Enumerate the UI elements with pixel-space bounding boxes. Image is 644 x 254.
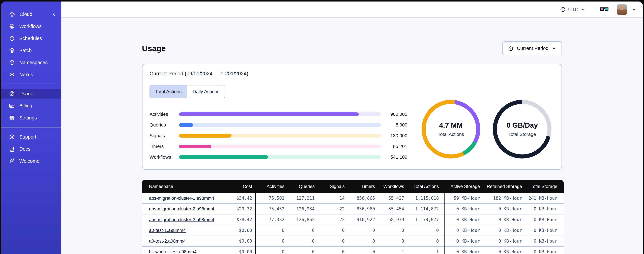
cell-cost: $29.32: [226, 206, 252, 212]
workflows-icon: [9, 23, 15, 29]
column-header-queries: Queries: [284, 184, 314, 189]
cell-signals: 0: [314, 249, 345, 254]
account-menu-chevron-down-icon[interactable]: [632, 7, 636, 12]
timezone-label: UTC: [568, 7, 578, 12]
timezone-selector[interactable]: UTC: [560, 7, 586, 12]
cell-total-actions: 1,115,018: [404, 196, 439, 201]
cell-retained-storage: 0 KB-Hour: [480, 249, 522, 254]
cell-retained-storage: 0 KB-Hour: [480, 217, 522, 222]
cell-signals: 22: [314, 206, 345, 212]
table-header-row: Namespace Cost Activities Queries Signal…: [142, 180, 564, 193]
bar-row-signals: Signals 130,000: [150, 130, 407, 141]
sidebar-item-namespaces[interactable]: Namespaces: [1, 58, 61, 67]
cell-queries: 126,862: [284, 217, 314, 222]
sidebar-item-settings[interactable]: Settings: [1, 113, 61, 123]
tab-total-actions[interactable]: Total Actions: [150, 86, 187, 98]
cell-workflows: 0: [375, 238, 404, 244]
bar-value: 130,000: [381, 133, 407, 138]
bar-value: 541,109: [381, 154, 407, 160]
cell-retained-storage: 182 MB-Hour: [480, 196, 522, 201]
topbar: UTC: [61, 2, 643, 18]
cell-signals: 0: [314, 228, 345, 233]
chevron-left-icon[interactable]: [52, 12, 56, 17]
bar-value: 85,201: [381, 144, 407, 149]
sidebar-item-docs[interactable]: Docs: [1, 144, 61, 154]
sidebar-header-cloud[interactable]: Cloud: [1, 10, 61, 19]
bar-track: [179, 123, 381, 127]
cell-activities: 0: [252, 238, 284, 244]
column-header-namespace: Namespace: [149, 184, 226, 189]
period-selector-label: Current Period: [517, 46, 548, 51]
tab-daily-actions[interactable]: Daily Actions: [187, 86, 225, 98]
table-row: a0-test-1.a98mm4 $0.00 0 0 0 0 0 0 0 KB-…: [142, 225, 564, 236]
sidebar-item-batch[interactable]: Batch: [1, 46, 61, 55]
namespace-link[interactable]: a0-test-2.a98mm4: [149, 238, 186, 244]
column-header-cost: Cost: [226, 184, 252, 189]
cell-retained-storage: 0 KB-Hour: [480, 238, 522, 244]
namespace-link[interactable]: abs-migration-cluster-2.a98mm4: [149, 206, 214, 212]
table-row: abs-migration-cluster-2.a98mm4 $29.32 75…: [142, 204, 564, 214]
sidebar-item-label: Workflows: [19, 24, 42, 29]
table-row: a0-test-2.a98mm4 $0.00 0 0 0 0 0 0 0 KB-…: [142, 236, 564, 247]
sidebar-item-label: Docs: [19, 146, 30, 152]
cell-signals: 0: [314, 238, 345, 244]
cell-total-storage: 0 KB-Hour: [522, 206, 557, 212]
cell-cost: $34.42: [226, 196, 252, 201]
cell-queries: 0: [284, 238, 314, 244]
bar-fill: [179, 112, 359, 116]
cell-activities: 0: [252, 249, 284, 254]
cell-timers: 910,922: [345, 217, 375, 222]
sidebar-item-label: Settings: [19, 115, 37, 121]
cell-active-storage: 0 KB-Hour: [439, 206, 480, 212]
column-header-active-storage: Active Storage: [439, 184, 480, 189]
cell-active-storage: 0 KB-Hour: [439, 228, 480, 233]
bar-row-queries: Queries 5,000: [150, 120, 407, 130]
column-header-workflows: Workflows: [375, 184, 404, 189]
cell-timers: 856,960: [345, 206, 375, 212]
namespace-link[interactable]: a0-test-1.a98mm4: [149, 228, 186, 233]
app-window: Cloud Workflows Schedules Batch: [1, 2, 643, 254]
bar-row-workflows: Workflows 541,109: [150, 152, 407, 162]
cell-cost: $0.00: [226, 238, 252, 244]
bar-fill: [179, 155, 268, 159]
column-header-signals: Signals: [314, 184, 345, 189]
glasses-icon[interactable]: [600, 6, 609, 13]
avatar[interactable]: [617, 4, 627, 15]
sidebar-item-billing[interactable]: Billing: [1, 101, 61, 110]
sidebar-item-schedules[interactable]: Schedules: [1, 34, 61, 43]
cell-signals: 14: [314, 196, 345, 201]
cell-queries: 0: [284, 228, 314, 233]
sidebar-item-nexus[interactable]: Nexus: [1, 70, 61, 80]
namespace-link[interactable]: abs-migration-cluster-1.a98mm4: [149, 196, 214, 201]
table-row: abs-migration-cluster-3.a98mm4 $38.42 77…: [142, 214, 564, 225]
temporal-logo-icon: [9, 11, 15, 18]
sidebar-item-welcome[interactable]: Welcome: [1, 156, 61, 166]
cell-activities: 75,501: [252, 196, 284, 201]
table-vertical-divider: [444, 180, 444, 254]
sidebar-item-workflows[interactable]: Workflows: [1, 22, 61, 31]
cell-total-actions: 0: [404, 228, 439, 233]
cell-timers: 856,865: [345, 196, 375, 201]
table-row: bk-worker-test.a98mm4 $0.00 0 0 0 0 1 1 …: [142, 247, 564, 254]
cell-cost: $38.42: [226, 217, 252, 222]
cell-total-storage: 0 KB-Hour: [522, 238, 557, 244]
total-actions-donut-chart: 4.7 MM Total Actions: [422, 100, 480, 158]
cell-queries: 126,984: [284, 206, 314, 212]
cell-active-storage: 0 KB-Hour: [439, 217, 480, 222]
clock-icon: [560, 7, 566, 12]
period-selector-button[interactable]: Current Period: [502, 41, 562, 55]
cell-timers: 0: [345, 238, 375, 244]
namespace-link[interactable]: bk-worker-test.a98mm4: [149, 249, 196, 254]
sidebar-item-usage[interactable]: Usage: [1, 89, 61, 98]
bar-value: 5,000: [381, 122, 407, 128]
table-vertical-divider: [255, 180, 256, 254]
cell-workflows: 1: [375, 249, 404, 254]
cell-activities: 77,332: [252, 217, 284, 222]
schedules-icon: [9, 35, 15, 42]
bar-label: Activities: [150, 112, 179, 117]
donut-value: 4.7 MM: [439, 121, 463, 129]
namespace-link[interactable]: abs-migration-cluster-3.a98mm4: [149, 217, 214, 222]
cell-signals: 22: [314, 217, 345, 222]
sidebar-item-support[interactable]: Support: [1, 132, 61, 142]
actions-tab-group: Total Actions Daily Actions: [150, 85, 225, 98]
